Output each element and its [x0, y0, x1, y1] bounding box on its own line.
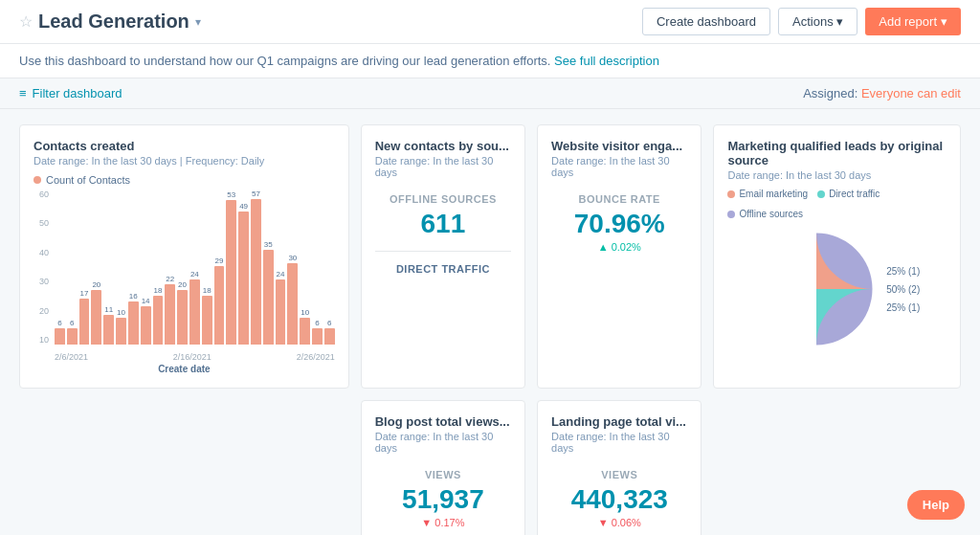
bar-value-label: 18 [153, 286, 162, 295]
bar-wrapper: 17 [79, 189, 90, 345]
add-report-button[interactable]: Add report ▾ [865, 8, 961, 35]
filter-dashboard-button[interactable]: ≡ Filter dashboard [19, 86, 122, 100]
bar [312, 328, 323, 345]
title-area: ☆ Lead Generation ▾ [19, 11, 201, 33]
bar-wrapper: 6 [324, 189, 335, 345]
blog-views-change: ▼ 0.17% [375, 517, 511, 528]
bar-value-label: 6 [70, 319, 74, 327]
mql-original-title: Marketing qualified leads by original so… [727, 139, 947, 167]
new-contacts-subtitle: Date range: In the last 30 days [375, 155, 511, 178]
bar-value-label: 49 [239, 202, 248, 211]
filter-label: Filter dashboard [33, 86, 122, 100]
everyone-can-edit-link[interactable]: Everyone can edit [861, 86, 961, 100]
legend-direct: Direct traffic [817, 189, 880, 199]
assigned-area: Assigned: Everyone can edit [803, 86, 961, 100]
website-visitor-card: Website visitor enga... Date range: In t… [537, 124, 702, 389]
landing-page-card: Landing page total vi... Date range: In … [537, 400, 702, 535]
bar-wrapper: 49 [238, 189, 249, 345]
bar-value-label: 35 [264, 240, 273, 249]
filter-bar: ≡ Filter dashboard Assigned: Everyone ca… [0, 78, 980, 109]
bar [177, 290, 188, 345]
bar [251, 199, 261, 345]
bar-value-label: 24 [190, 270, 199, 279]
bar [91, 290, 101, 345]
bar-value-label: 20 [92, 280, 100, 289]
bar-wrapper: 22 [165, 189, 175, 345]
pie-chart-svg [754, 227, 879, 351]
see-full-description-link[interactable]: See full description [554, 54, 659, 68]
legend-label: Count of Contacts [46, 174, 130, 186]
bar-wrapper: 53 [226, 189, 236, 345]
actions-button[interactable]: Actions ▾ [778, 8, 858, 35]
bar-wrapper: 10 [300, 189, 310, 345]
bar [67, 328, 78, 345]
bar-value-label: 53 [227, 190, 235, 199]
blog-post-subtitle: Date range: In the last 30 days [375, 431, 511, 454]
bar-chart: 60 50 40 30 20 10 6617201110161418222024… [33, 189, 335, 362]
bar [141, 306, 151, 345]
blog-post-card: Blog post total views... Date range: In … [361, 400, 525, 535]
bar-value-label: 6 [327, 319, 331, 327]
bar-wrapper: 29 [214, 189, 225, 345]
pie-chart-labels: 25% (1) 50% (2) 25% (1) [886, 266, 920, 313]
row-1: Contacts created Date range: In the last… [19, 124, 961, 389]
star-icon[interactable]: ☆ [19, 12, 33, 31]
bar-value-label: 17 [80, 289, 89, 298]
bar [226, 200, 236, 345]
dashboard: Contacts created Date range: In the last… [0, 109, 980, 535]
bar-wrapper: 20 [177, 189, 188, 345]
direct-traffic-label: DIRECT TRAFFIC [375, 263, 511, 275]
bounce-rate-value: 70.96% [551, 209, 687, 239]
contacts-created-title: Contacts created [33, 139, 335, 153]
description-text: Use this dashboard to understand how our… [19, 54, 550, 68]
page-title: Lead Generation [38, 11, 189, 33]
bar [128, 301, 139, 345]
direct-dot [817, 190, 825, 198]
bar [324, 328, 335, 345]
bar-wrapper: 6 [55, 189, 65, 345]
contacts-created-subtitle: Date range: In the last 30 days | Freque… [33, 155, 335, 167]
bar-value-label: 10 [301, 308, 309, 317]
bar-wrapper: 20 [91, 189, 101, 345]
assigned-label: Assigned: [803, 86, 858, 100]
bounce-rate-label: BOUNCE RATE [551, 193, 687, 205]
bar-wrapper: 11 [103, 189, 114, 345]
bar [276, 279, 286, 345]
legend-offline: Offline sources [727, 209, 803, 219]
bar-value-label: 20 [178, 280, 187, 289]
bar [103, 315, 114, 345]
offline-sources-value: 611 [375, 209, 511, 239]
offline-label: Offline sources [739, 209, 803, 219]
bar-value-label: 29 [215, 256, 224, 265]
bar-wrapper: 18 [202, 189, 212, 345]
dropdown-icon[interactable]: ▾ [195, 15, 201, 29]
bar [116, 318, 126, 345]
header-buttons: Create dashboard Actions ▾ Add report ▾ [642, 8, 961, 35]
direct-label: Direct traffic [829, 189, 880, 199]
mql-original-subtitle: Date range: In the last 30 days [727, 169, 947, 181]
bar-value-label: 30 [288, 254, 297, 262]
bar-value-label: 10 [117, 308, 125, 317]
bar-value-label: 14 [142, 297, 150, 305]
top-bar: ☆ Lead Generation ▾ Create dashboard Act… [0, 0, 980, 44]
bar [287, 263, 298, 345]
bar [300, 318, 310, 345]
bar-wrapper: 6 [312, 189, 323, 345]
bar [55, 328, 65, 345]
bar-value-label: 6 [315, 319, 319, 327]
landing-page-title: Landing page total vi... [551, 414, 687, 429]
create-dashboard-button[interactable]: Create dashboard [642, 8, 770, 35]
landing-views-label: VIEWS [551, 469, 687, 480]
bar-wrapper: 6 [67, 189, 78, 345]
chart-legend: Count of Contacts [33, 174, 335, 186]
new-contacts-title: New contacts by sou... [375, 139, 511, 153]
bar [189, 279, 200, 345]
bar [165, 284, 175, 345]
contacts-created-card: Contacts created Date range: In the last… [19, 124, 349, 389]
help-button[interactable]: Help [907, 490, 965, 520]
bar-value-label: 6 [57, 319, 61, 327]
bar [79, 299, 90, 345]
pie-label-1: 25% (1) [886, 266, 920, 277]
bar [202, 296, 212, 345]
bar-value-label: 24 [277, 270, 285, 279]
